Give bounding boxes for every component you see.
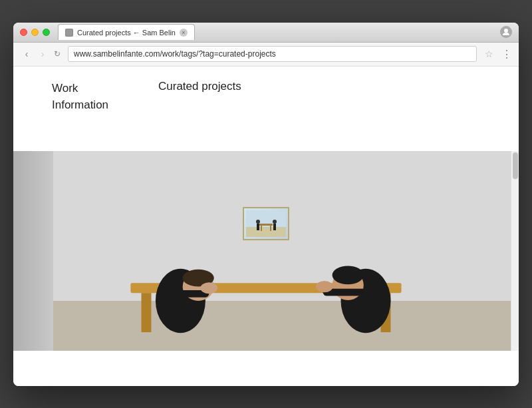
- traffic-lights: [20, 29, 50, 36]
- back-button[interactable]: ‹: [20, 47, 33, 61]
- menu-icon[interactable]: ⋮: [501, 48, 512, 61]
- hero-image: [13, 151, 519, 351]
- scrollbar-thumb[interactable]: [513, 152, 518, 179]
- tab-area: Curated projects ← Sam Belin ×: [58, 24, 500, 40]
- svg-rect-0: [66, 29, 72, 36]
- svg-point-23: [316, 281, 333, 292]
- scrollbar[interactable]: [511, 151, 519, 351]
- svg-point-18: [200, 282, 217, 294]
- tab-favicon-icon: [65, 29, 73, 37]
- url-bar[interactable]: www.sambelinfante.com/work/tags/?tag=cur…: [68, 46, 477, 62]
- title-bar: Curated projects ← Sam Belin ×: [13, 23, 519, 43]
- user-icon[interactable]: [500, 26, 512, 38]
- url-text: www.sambelinfante.com/work/tags/?tag=cur…: [74, 49, 276, 59]
- address-bar: ‹ › ↻ www.sambelinfante.com/work/tags/?t…: [13, 43, 519, 67]
- tab-close-button[interactable]: ×: [180, 29, 188, 37]
- nav-information-link[interactable]: Information: [52, 97, 158, 114]
- svg-point-21: [332, 266, 364, 284]
- browser-window: Curated projects ← Sam Belin × ‹ › ↻ www…: [13, 23, 519, 386]
- site-nav: Work Information Curated projects: [13, 67, 519, 124]
- scene: [13, 151, 519, 351]
- page-content: Work Information Curated projects: [13, 67, 519, 386]
- svg-point-1: [504, 29, 508, 33]
- browser-tab[interactable]: Curated projects ← Sam Belin ×: [58, 24, 195, 40]
- nav-work-link[interactable]: Work: [52, 80, 158, 97]
- svg-rect-17: [159, 290, 209, 297]
- svg-rect-12: [142, 293, 152, 332]
- close-button[interactable]: [20, 29, 27, 36]
- refresh-button[interactable]: ↻: [52, 49, 63, 59]
- nav-buttons: ‹ › ↻: [20, 47, 63, 61]
- maximize-button[interactable]: [43, 29, 50, 36]
- bookmark-icon[interactable]: ☆: [485, 49, 493, 59]
- tab-title: Curated projects ← Sam Belin: [77, 29, 176, 37]
- forward-button[interactable]: ›: [36, 47, 49, 61]
- scene-svg: [13, 151, 519, 351]
- minimize-button[interactable]: [31, 29, 39, 36]
- page-title: Curated projects: [158, 80, 241, 114]
- nav-left: Work Information: [52, 80, 158, 114]
